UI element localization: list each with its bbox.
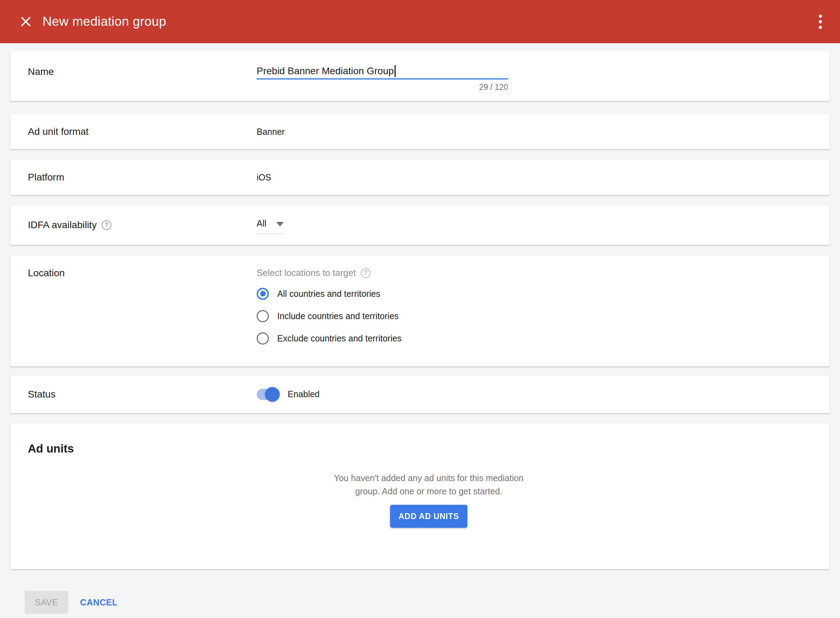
radio-exclude-countries[interactable]: Exclude countries and territories: [257, 332, 402, 345]
dropdown-underline: [257, 233, 284, 234]
idfa-label-text: IDFA availability: [28, 220, 97, 230]
help-icon[interactable]: ?: [361, 268, 371, 278]
app-bar: New mediation group: [0, 0, 840, 43]
radio-icon: [257, 310, 269, 322]
radio-include-countries[interactable]: Include countries and territories: [257, 310, 402, 322]
toggle-thumb: [265, 387, 280, 402]
name-input-wrap: Prebid Banner Mediation Group 29 / 120: [257, 63, 508, 101]
chevron-down-icon: [276, 222, 284, 226]
status-value: Enabled: [288, 389, 320, 399]
status-label-col: Status: [28, 389, 257, 400]
status-label: Status: [28, 389, 257, 400]
ad-unit-format-card: Ad unit format Banner: [10, 114, 830, 149]
ad-units-card: Ad units You haven't added any ad units …: [10, 423, 830, 569]
radio-label: Exclude countries and territories: [277, 333, 402, 343]
location-prompt-text: Select locations to target: [257, 267, 356, 278]
platform-value: iOS: [257, 172, 271, 183]
name-input-value: Prebid Banner Mediation Group: [257, 65, 394, 77]
idfa-dropdown-value: All: [257, 218, 266, 229]
platform-card: Platform iOS: [10, 160, 830, 195]
empty-state-line: You haven't added any ad units for this …: [28, 471, 830, 484]
name-label: Name: [28, 66, 257, 77]
close-icon[interactable]: [18, 14, 33, 29]
location-card: Location Select locations to target ? Al…: [10, 256, 830, 367]
char-counter: 29 / 120: [257, 83, 508, 92]
idfa-dropdown[interactable]: All: [257, 216, 284, 234]
save-button[interactable]: SAVE: [25, 591, 68, 614]
idfa-label-col: IDFA availability ?: [28, 220, 257, 230]
add-ad-units-button[interactable]: ADD AD UNITS: [390, 505, 467, 528]
name-label-col: Name: [28, 63, 257, 101]
radio-label: Include countries and territories: [277, 311, 399, 321]
location-options-col: Select locations to target ? All countri…: [257, 267, 402, 367]
cancel-button[interactable]: CANCEL: [80, 597, 118, 608]
form-content: Name Prebid Banner Mediation Group 29 / …: [0, 43, 840, 614]
idfa-card: IDFA availability ? All: [10, 205, 830, 245]
page-title: New mediation group: [43, 14, 166, 29]
help-icon[interactable]: ?: [102, 220, 111, 230]
radio-all-countries[interactable]: All countries and territories: [257, 287, 402, 300]
format-label-col: Ad unit format: [28, 126, 257, 137]
platform-label: Platform: [28, 172, 257, 183]
location-label: Location: [28, 267, 257, 279]
footer-actions: SAVE CANCEL: [25, 591, 830, 614]
status-card: Status Enabled: [10, 375, 830, 413]
idfa-label: IDFA availability ?: [28, 220, 257, 230]
platform-label-col: Platform: [28, 172, 257, 183]
ad-unit-format-value: Banner: [257, 127, 285, 137]
name-input[interactable]: Prebid Banner Mediation Group: [257, 63, 508, 79]
radio-icon: [257, 288, 269, 300]
name-card: Name Prebid Banner Mediation Group 29 / …: [10, 51, 830, 101]
empty-state-line: group. Add one or more to get started.: [28, 484, 830, 498]
radio-label: All countries and territories: [277, 289, 380, 299]
overflow-menu-icon[interactable]: [816, 12, 825, 32]
ad-units-empty-state: You haven't added any ad units for this …: [28, 471, 830, 528]
location-label-col: Location: [28, 267, 257, 367]
ad-units-title: Ad units: [28, 442, 830, 455]
text-caret: [395, 65, 396, 77]
status-value-col: Enabled: [257, 389, 320, 400]
radio-icon: [257, 332, 269, 345]
location-prompt: Select locations to target ?: [257, 267, 402, 278]
status-toggle[interactable]: [257, 389, 279, 400]
ad-unit-format-label: Ad unit format: [28, 126, 257, 137]
location-radio-group: All countries and territories Include co…: [257, 287, 402, 345]
